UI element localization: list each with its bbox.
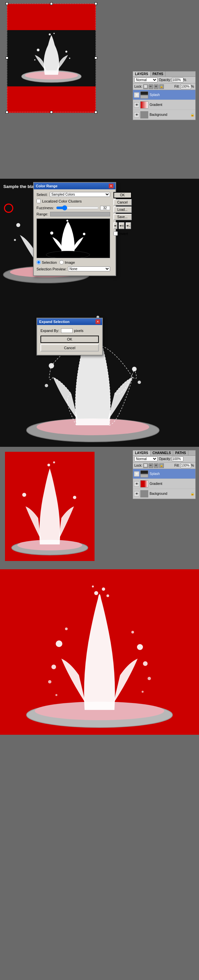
color-range-content: Select: Sampled Colors Localized Color C…: [34, 189, 116, 275]
lock-icons: ⬜ ✏ ✛ 🔒: [143, 84, 164, 89]
s4-opacity-input[interactable]: [172, 457, 183, 461]
s4-eye-gradient[interactable]: 👁: [134, 481, 139, 487]
svg-point-20: [66, 220, 68, 222]
svg-point-33: [22, 493, 26, 497]
layer-row-splash[interactable]: 👁 Splash: [133, 90, 195, 100]
select-row: Select: Sampled Colors: [37, 192, 110, 197]
handle-bc[interactable]: [50, 111, 53, 113]
section2-container: Sample the black area Color Range ✕ Sele…: [0, 179, 199, 308]
invert-checkbox[interactable]: [114, 231, 118, 235]
selection-preview-select[interactable]: None: [68, 266, 110, 271]
save-button[interactable]: Save...: [114, 214, 132, 220]
layers-panel-tabs: LAYERS PATHS: [133, 72, 195, 77]
handle-tr[interactable]: [95, 2, 97, 5]
s4-thumb-background: [140, 490, 148, 498]
fill-label: Fill: %: [175, 84, 194, 89]
s4-tab-channels[interactable]: CHANNELS: [151, 450, 173, 455]
load-button[interactable]: Load...: [114, 207, 132, 213]
s4-thumb-gradient: [140, 480, 148, 487]
section4-canvas: [5, 452, 95, 561]
range-label: Range:: [37, 212, 48, 216]
s4-name-background: Background: [149, 492, 190, 495]
handle-ml[interactable]: [6, 57, 8, 59]
color-range-close-btn[interactable]: ✕: [109, 184, 114, 188]
opacity-input[interactable]: [172, 78, 183, 83]
expand-ok-btn[interactable]: OK: [40, 336, 99, 343]
svg-point-3: [65, 51, 67, 52]
layer-eye-gradient[interactable]: 👁: [134, 102, 139, 108]
ok-button[interactable]: OK: [114, 192, 132, 198]
s4-layer-splash[interactable]: 👁 Splash: [133, 469, 195, 479]
eyedropper-remove-btn[interactable]: ✒-: [126, 223, 131, 229]
s4-tab-layers[interactable]: LAYERS: [133, 450, 151, 455]
layers-panel: LAYERS PATHS Normal Opacity: % Lock: ⬜ ✏…: [133, 71, 196, 120]
handle-mr[interactable]: [95, 57, 97, 59]
localized-clusters-label: Localized Color Clusters: [42, 199, 82, 203]
layer-thumb-splash: [140, 91, 148, 99]
s4-layer-gradient[interactable]: 👁 Gradient: [133, 479, 195, 489]
expand-cancel-btn[interactable]: Cancel: [40, 344, 99, 352]
s4-tab-paths[interactable]: PATHS: [173, 450, 188, 455]
cancel-button[interactable]: Cancel: [114, 199, 132, 205]
lock-all-icon[interactable]: 🔒: [159, 84, 164, 89]
eyedropper-normal-btn[interactable]: ✒: [114, 223, 117, 229]
s4-lock-row: Lock: ⬜ ✏ ✛ 🔒 Fill: %: [133, 462, 195, 469]
color-range-side-buttons: OK Cancel Load... Save... ✒ ✒+ ✒- Invert: [111, 189, 133, 275]
handle-bl[interactable]: [6, 111, 8, 113]
expand-by-input[interactable]: 1: [61, 328, 73, 333]
svg-point-48: [65, 627, 67, 630]
s4-eye-background[interactable]: 👁: [134, 491, 139, 496]
lock-position-icon[interactable]: ✛: [154, 84, 159, 89]
section4-layers-panel: LAYERS CHANNELS PATHS Normal Opacity: Lo…: [133, 450, 196, 499]
lock-transparent-icon[interactable]: ⬜: [143, 84, 148, 89]
select-label: Select:: [37, 192, 48, 197]
s4-fill-input[interactable]: [180, 463, 191, 468]
s4-layer-background[interactable]: 👁 Background 🔒: [133, 489, 195, 499]
localized-clusters-checkbox[interactable]: [37, 199, 41, 203]
fuzziness-slider[interactable]: [56, 205, 99, 210]
s4-lock-t[interactable]: ⬜: [143, 463, 148, 468]
fill-input[interactable]: [180, 84, 191, 89]
section1-photoshop: LAYERS PATHS Normal Opacity: % Lock: ⬜ ✏…: [0, 0, 199, 179]
radio-selection-label: Selection: [37, 260, 57, 264]
expand-body: Expand By: 1 pixels OK Cancel: [37, 325, 102, 355]
tab-layers[interactable]: LAYERS: [133, 72, 151, 76]
pixels-label: pixels: [74, 329, 83, 332]
svg-point-5: [69, 57, 70, 59]
s4-lock-p[interactable]: ✏: [149, 463, 153, 468]
eyedropper-add-btn[interactable]: ✒+: [119, 223, 125, 229]
svg-point-44: [94, 591, 98, 595]
fuzziness-input[interactable]: 32: [100, 206, 110, 210]
svg-point-41: [137, 644, 143, 650]
radio-image[interactable]: [59, 260, 64, 264]
s4-lock-label: Lock:: [134, 464, 142, 467]
layer-eye-splash[interactable]: 👁: [134, 92, 139, 98]
radio-selection[interactable]: [37, 260, 41, 264]
selection-preview-label: Selection Preview:: [37, 267, 67, 271]
tab-paths[interactable]: PATHS: [151, 72, 165, 76]
s4-lock-a[interactable]: 🔒: [159, 463, 164, 468]
color-range-title: Color Range: [36, 184, 58, 188]
s4-blend-mode-select[interactable]: Normal: [134, 457, 157, 461]
blend-mode-select[interactable]: Normal: [134, 78, 157, 83]
layer-name-gradient: Gradient: [149, 103, 194, 107]
expand-selection-dialog: Expand Selection ✕ Expand By: 1 pixels O…: [37, 318, 103, 355]
invert-row: Invert: [114, 231, 131, 235]
handle-br[interactable]: [95, 111, 97, 113]
s4-lock-m[interactable]: ✛: [154, 463, 159, 468]
handle-tc[interactable]: [50, 2, 53, 5]
svg-point-7: [53, 33, 55, 34]
svg-point-18: [50, 231, 53, 234]
svg-point-51: [148, 677, 151, 680]
handle-tl[interactable]: [6, 2, 8, 5]
layer-name-splash: Splash: [149, 93, 194, 97]
layer-row-gradient[interactable]: 👁 Gradient: [133, 100, 195, 110]
layer-eye-background[interactable]: 👁: [134, 112, 139, 118]
section4-canvas-svg: [5, 452, 95, 561]
s4-eye-splash[interactable]: 👁: [134, 471, 139, 477]
select-dropdown[interactable]: Sampled Colors: [50, 192, 110, 197]
lock-image-icon[interactable]: ✏: [149, 84, 153, 89]
sample-indicator-circle: [4, 204, 13, 213]
expand-close-btn[interactable]: ✕: [96, 320, 100, 324]
layer-row-background[interactable]: 👁 Background 🔒: [133, 110, 195, 120]
